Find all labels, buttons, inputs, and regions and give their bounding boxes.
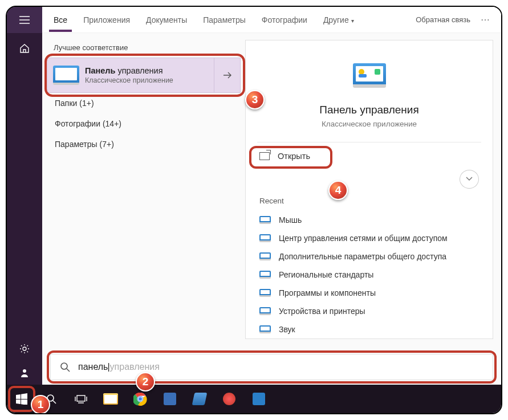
recent-item[interactable]: Звук [259,320,479,339]
open-external-icon [259,152,270,160]
profile-button[interactable] [7,361,42,385]
search-typed-text: панель [78,362,110,372]
app-icon [223,393,235,405]
file-explorer-icon [103,393,118,405]
feedback-link[interactable]: Обратная связь [416,15,470,24]
taskbar-app-generic4[interactable] [244,385,274,413]
recent-item[interactable]: Программы и компоненты [259,284,479,302]
search-suggestion-text: управления [110,362,160,372]
start-left-rail [7,7,42,385]
svg-point-0 [23,347,26,350]
taskbar-app-explorer[interactable] [96,385,125,413]
taskbar [7,385,501,413]
cpl-icon [259,234,271,242]
recent-item[interactable]: Региональные стандарты [259,266,479,284]
control-panel-icon [53,66,79,85]
arrow-right-icon [223,71,232,79]
taskbar-app-generic3[interactable] [214,385,244,413]
recent-item[interactable]: Дополнительные параметры общего доступа [259,247,479,266]
best-match-label: Лучшее соответствие [42,39,245,58]
chevron-down-icon [466,177,473,181]
annotation-badge-2: 2 [136,372,155,392]
results-column: Лучшее соответствие Панель управления Кл… [42,33,245,339]
svg-point-8 [139,397,142,401]
best-match-result[interactable]: Панель управления Классическое приложени… [47,58,241,93]
profile-icon [19,368,30,378]
preview-pane: Панель управления Классическое приложени… [245,40,493,339]
result-arrow-button[interactable] [214,58,240,92]
svg-point-2 [61,363,67,369]
chevron-down-icon: ▾ [351,18,354,24]
app-icon [253,393,265,405]
tab-all[interactable]: Все [52,9,68,31]
hamburger-icon [19,16,30,24]
settings-button[interactable] [7,337,42,361]
subresult-settings[interactable]: Параметры (7+) [42,134,245,154]
tab-apps[interactable]: Приложения [82,9,131,31]
cpl-icon [259,216,271,224]
cpl-icon [259,271,271,279]
windows-logo-icon [16,393,27,405]
cpl-icon [259,252,271,260]
gear-icon [19,344,30,354]
annotation-badge-3: 3 [245,90,265,109]
cpl-icon [259,307,271,315]
preview-subtitle: Классическое приложение [322,120,417,128]
recent-item[interactable]: Устройства и принтеры [259,302,479,320]
task-view-button[interactable] [66,385,96,413]
task-view-icon [75,394,87,403]
preview-app-icon [353,63,386,88]
recent-section: Recent Мышь Центр управления сетями и об… [246,193,493,339]
tab-more[interactable]: Другие▾ [322,9,355,31]
svg-point-1 [23,369,26,373]
app-icon [164,393,176,405]
best-match-title: Панель управления [85,66,214,75]
open-action[interactable]: Открыть [246,142,324,161]
annotation-badge-4: 4 [328,181,348,200]
svg-rect-4 [77,395,85,401]
home-icon [19,43,30,54]
expand-actions-button[interactable] [460,170,479,189]
chrome-icon [132,390,149,407]
recent-label: Recent [259,197,479,205]
more-options-button[interactable]: ⋯ [481,14,491,25]
subresult-folders[interactable]: Папки (1+) [42,93,245,113]
home-button[interactable] [7,35,42,62]
search-input[interactable]: панель управления [50,354,493,380]
cpl-icon [259,289,271,297]
cpl-icon [259,325,271,333]
tab-documents[interactable]: Документы [145,9,188,31]
annotation-badge-1: 1 [31,395,50,414]
app-icon [192,393,208,405]
taskbar-app-generic2[interactable] [185,385,214,413]
search-panel: Все Приложения Документы Параметры Фотог… [42,7,501,385]
subresult-photos[interactable]: Фотографии (14+) [42,113,245,134]
best-match-subtitle: Классическое приложение [85,76,214,84]
hamburger-menu-button[interactable] [7,7,42,33]
recent-item[interactable]: Центр управления сетями и общим доступом [259,229,479,247]
tab-photos[interactable]: Фотографии [261,9,308,31]
recent-item[interactable]: Мышь [259,211,479,229]
preview-title: Панель управления [319,104,419,116]
taskbar-app-generic1[interactable] [155,385,185,413]
tab-settings[interactable]: Параметры [202,9,247,31]
search-icon [60,362,70,372]
filter-tabs: Все Приложения Документы Параметры Фотог… [42,7,501,33]
